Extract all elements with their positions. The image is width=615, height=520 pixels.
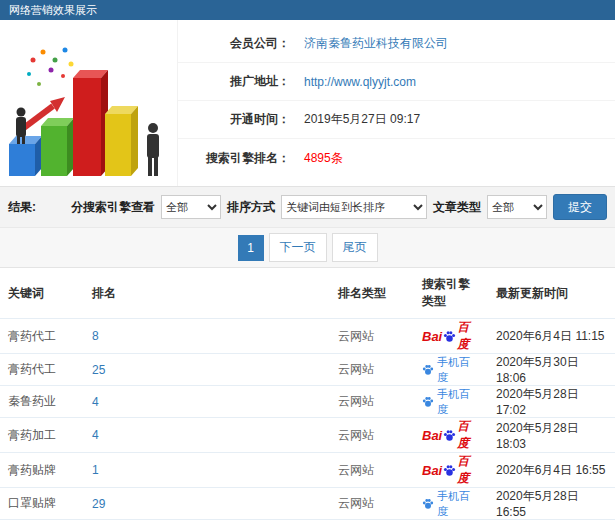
mobile-baidu-text: 手机百度 xyxy=(437,355,480,385)
rank-cell[interactable]: 4 xyxy=(84,386,330,418)
rank-type-cell: 云网站 xyxy=(330,418,414,453)
info-row-open-time: 开通时间： 2019年5月27日 09:17 xyxy=(178,101,615,139)
update-time-cell: 2020年5月28日 17:02 xyxy=(488,386,615,418)
baidu-du-text: 百度 xyxy=(457,418,480,452)
rank-cell[interactable]: 8 xyxy=(84,319,330,354)
page: 网络营销效果展示 xyxy=(0,0,615,520)
mobile-baidu-paw-icon xyxy=(422,396,434,408)
engine-cell: 手机百度 xyxy=(414,354,488,386)
table-row: 膏药代工 8 云网站 Bai 百度 2020年6月4日 11:15 xyxy=(0,319,615,354)
baidu-bai-text: Bai xyxy=(422,329,442,344)
baidu-logo[interactable]: Bai 百度 xyxy=(422,453,480,487)
engine-cell: Bai 百度 xyxy=(414,319,488,354)
article-type-select[interactable]: 全部 xyxy=(487,195,547,219)
baidu-paw-icon xyxy=(443,330,456,343)
filter-controls: 分搜索引擎查看 全部 排序方式 关键词由短到长排序 文章类型 全部 提交 xyxy=(71,194,607,220)
table-row: 膏药加工 4 云网站 Bai 百度 2020年5月28日 18:03 xyxy=(0,418,615,453)
open-time-label: 开通时间： xyxy=(178,111,290,128)
mobile-baidu-logo[interactable]: 手机百度 xyxy=(422,489,480,519)
result-section-label: 结果: xyxy=(8,199,36,216)
mobile-baidu-logo[interactable]: 手机百度 xyxy=(422,355,480,385)
pagination: 1 下一页 尾页 xyxy=(0,228,615,268)
rank-cell[interactable]: 1 xyxy=(84,453,330,488)
mobile-baidu-text: 手机百度 xyxy=(437,489,480,519)
rank-cell[interactable]: 4 xyxy=(84,418,330,453)
last-page-button[interactable]: 尾页 xyxy=(332,233,378,262)
keyword-cell: 口罩贴牌 xyxy=(0,488,84,520)
keyword-cell: 膏药代工 xyxy=(0,319,84,354)
engine-filter-select[interactable]: 全部 xyxy=(161,195,221,219)
update-time-cell: 2020年5月28日 16:55 xyxy=(488,488,615,520)
baidu-bai-text: Bai xyxy=(422,463,442,478)
engine-cell: 手机百度 xyxy=(414,488,488,520)
mobile-baidu-paw-icon xyxy=(422,498,434,510)
marketing-illustration xyxy=(0,20,178,186)
rank-count-value: 4895条 xyxy=(304,150,343,167)
baidu-paw-icon xyxy=(443,429,456,442)
member-info: 会员公司： 济南秦鲁药业科技有限公司 推广地址： http://www.qlyy… xyxy=(178,20,615,186)
engine-cell: 手机百度 xyxy=(414,386,488,418)
page-title: 网络营销效果展示 xyxy=(9,3,97,18)
baidu-du-text: 百度 xyxy=(457,453,480,487)
keyword-cell: 膏药加工 xyxy=(0,418,84,453)
update-time-cell: 2020年5月28日 18:03 xyxy=(488,418,615,453)
rank-cell[interactable]: 29 xyxy=(84,488,330,520)
keyword-cell: 膏药贴牌 xyxy=(0,453,84,488)
header-rank: 排名 xyxy=(84,268,330,319)
baidu-logo[interactable]: Bai 百度 xyxy=(422,319,480,353)
engine-filter-label: 分搜索引擎查看 xyxy=(71,199,155,216)
rank-type-cell: 云网站 xyxy=(330,488,414,520)
baidu-du-text: 百度 xyxy=(457,319,480,353)
sort-filter-select[interactable]: 关键词由短到长排序 xyxy=(281,195,427,219)
keyword-rank-table: 关键词 排名 排名类型 搜索引擎类型 最新更新时间 膏药代工 8 云网站 Bai… xyxy=(0,268,615,520)
header-update-time: 最新更新时间 xyxy=(488,268,615,319)
baidu-bai-text: Bai xyxy=(422,428,442,443)
baidu-logo[interactable]: Bai 百度 xyxy=(422,418,480,452)
header-rank-type: 排名类型 xyxy=(330,268,414,319)
title-bar: 网络营销效果展示 xyxy=(0,0,615,20)
company-label: 会员公司： xyxy=(178,35,290,52)
promo-url-label: 推广地址： xyxy=(178,73,290,90)
promo-url-link[interactable]: http://www.qlyyjt.com xyxy=(304,75,416,89)
bar-chart-graphic xyxy=(5,30,173,180)
mobile-baidu-paw-icon xyxy=(422,364,434,376)
update-time-cell: 2020年6月4日 11:15 xyxy=(488,319,615,354)
mobile-baidu-text: 手机百度 xyxy=(437,387,480,417)
header-keyword: 关键词 xyxy=(0,268,84,319)
page-number-current[interactable]: 1 xyxy=(238,235,264,261)
rank-type-cell: 云网站 xyxy=(330,453,414,488)
info-row-company: 会员公司： 济南秦鲁药业科技有限公司 xyxy=(178,25,615,63)
table-row: 口罩贴牌 29 云网站 手机百度 2020年5月28日 16:55 xyxy=(0,488,615,520)
mobile-baidu-logo[interactable]: 手机百度 xyxy=(422,387,480,417)
info-row-rank-count: 搜索引擎排名： 4895条 xyxy=(178,139,615,177)
summary-panel: 会员公司： 济南秦鲁药业科技有限公司 推广地址： http://www.qlyy… xyxy=(0,20,615,186)
table-row: 膏药代工 25 云网站 手机百度 2020年5月30日 18:06 xyxy=(0,354,615,386)
table-body: 膏药代工 8 云网站 Bai 百度 2020年6月4日 11:15 膏药代工 2… xyxy=(0,319,615,520)
rank-cell[interactable]: 25 xyxy=(84,354,330,386)
keyword-cell: 膏药代工 xyxy=(0,354,84,386)
engine-cell: Bai 百度 xyxy=(414,453,488,488)
confetti-dots xyxy=(27,48,74,87)
info-row-url: 推广地址： http://www.qlyyjt.com xyxy=(178,63,615,101)
open-time-value: 2019年5月27日 09:17 xyxy=(304,111,420,128)
table-row: 秦鲁药业 4 云网站 手机百度 2020年5月28日 17:02 xyxy=(0,386,615,418)
engine-cell: Bai 百度 xyxy=(414,418,488,453)
update-time-cell: 2020年6月4日 16:55 xyxy=(488,453,615,488)
keyword-cell: 秦鲁药业 xyxy=(0,386,84,418)
table-row: 膏药贴牌 1 云网站 Bai 百度 2020年6月4日 16:55 xyxy=(0,453,615,488)
rank-count-label: 搜索引擎排名： xyxy=(178,150,290,167)
company-link[interactable]: 济南秦鲁药业科技有限公司 xyxy=(304,35,448,52)
baidu-paw-icon xyxy=(443,464,456,477)
table-header: 关键词 排名 排名类型 搜索引擎类型 最新更新时间 xyxy=(0,268,615,319)
update-time-cell: 2020年5月30日 18:06 xyxy=(488,354,615,386)
rank-type-cell: 云网站 xyxy=(330,386,414,418)
submit-button[interactable]: 提交 xyxy=(553,194,607,220)
filter-bar: 结果: 分搜索引擎查看 全部 排序方式 关键词由短到长排序 文章类型 全部 提交 xyxy=(0,186,615,228)
next-page-button[interactable]: 下一页 xyxy=(269,233,327,262)
header-engine-type: 搜索引擎类型 xyxy=(414,268,488,319)
article-type-label: 文章类型 xyxy=(433,199,481,216)
rank-type-cell: 云网站 xyxy=(330,354,414,386)
sort-filter-label: 排序方式 xyxy=(227,199,275,216)
rank-type-cell: 云网站 xyxy=(330,319,414,354)
